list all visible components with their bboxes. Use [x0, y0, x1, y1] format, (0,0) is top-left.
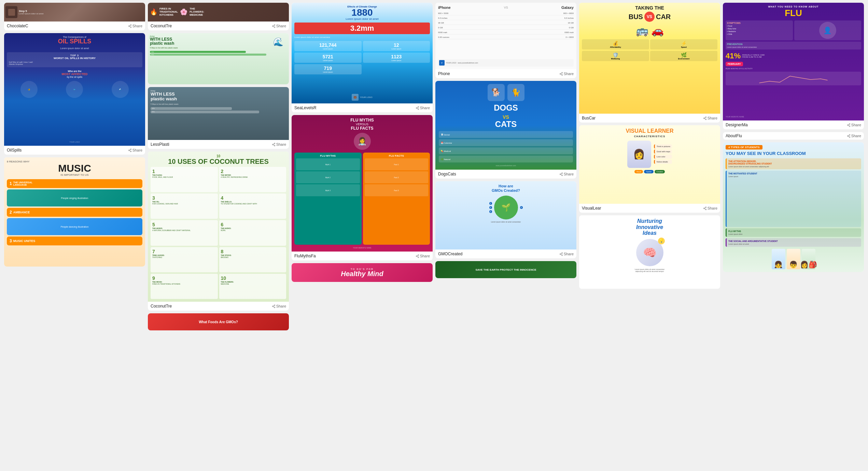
share-coconuttree-big[interactable]: Share: [272, 304, 286, 308]
column-6: WHAT YOU NEED TO KNOW ABOUT FLU SYMPTOMS…: [722, 3, 865, 330]
share-aboutflu[interactable]: Share: [847, 134, 861, 138]
card-label-phone: Phone Share: [435, 69, 576, 78]
card-music[interactable]: 8 REASONS WHY MUSIC IS IMPORTANT TO US 1…: [4, 157, 145, 267]
svg-point-36: [560, 73, 561, 74]
svg-line-34: [417, 255, 418, 256]
svg-line-53: [704, 118, 705, 119]
share-phone[interactable]: Share: [559, 72, 574, 76]
infographic-chocolate: Step 5 Lorem ipsum dolor sit amet: [4, 3, 145, 22]
column-2: 🔥 FIRES IN TRADITIONAL KITCHENS 🌸 THE FL…: [146, 3, 290, 330]
card-lessplasti[interactable]: living WITH LESSplastic wash 5 Ways to l…: [148, 87, 289, 149]
card-nurturing[interactable]: NurturingInnovativeIdeas 🧠 💡 Lorem ipsum…: [579, 215, 720, 289]
card-chocolate[interactable]: Step 5 Lorem ipsum dolor sit amet Chocol…: [4, 3, 145, 30]
share-flumyths-col3[interactable]: Share: [416, 254, 430, 258]
share-sealevels[interactable]: Share: [416, 106, 430, 110]
svg-point-50: [705, 116, 706, 117]
card-oilspills[interactable]: The Consequences of OIL SPILLS Lorem ips…: [4, 33, 145, 155]
card-gmocreated[interactable]: How areGMOs Created? 1 2 3 🌱 4 Lorem ips…: [435, 181, 576, 258]
svg-line-58: [704, 209, 705, 209]
svg-line-14: [273, 25, 274, 26]
card-name-designerma: DesignerMa: [726, 123, 748, 127]
card-fires1[interactable]: 🔥 FIRES IN TRADITIONAL KITCHENS 🌸 THE FL…: [148, 3, 289, 30]
card-label-sealevels: SeaLevelsR Share: [292, 103, 433, 112]
svg-point-56: [703, 208, 704, 209]
card-todos[interactable]: TO DO'S FOR Healthy Mind: [292, 263, 433, 282]
card-label-buscar: BusCar Share: [579, 114, 720, 123]
svg-line-24: [273, 305, 274, 306]
card-sealevels[interactable]: Effects of Climate Change 1880 Lorem ips…: [292, 3, 433, 112]
svg-point-30: [418, 254, 419, 255]
card-label-coconuttree-big: CoconutTre Share: [148, 302, 289, 311]
infographic-iphone-vs: iPhone VS Galaxy 900 × 5000900 × 6000 6.…: [435, 3, 576, 69]
card-flumyths-col3[interactable]: FLU MYTHS VERSUS FLU FACTS 👩‍⚕️ FLU MYTH…: [292, 115, 433, 260]
infographic-designerma: WHAT YOU NEED TO KNOW ABOUT FLU SYMPTOMS…: [723, 3, 864, 120]
card-name-oilspills: OilSpills: [7, 148, 22, 153]
card-coconuttree-big[interactable]: 10 10 USES OF COCONUT TREES 1 THE FLESH:…: [148, 152, 289, 311]
card-gmo-food[interactable]: What Foods Are GMOs?: [148, 313, 289, 330]
share-buscar[interactable]: Share: [703, 116, 717, 120]
column-1: Step 5 Lorem ipsum dolor sit amet Chocol…: [3, 3, 146, 330]
infographic-music: 8 REASONS WHY MUSIC IS IMPORTANT TO US 1…: [4, 157, 145, 267]
svg-point-35: [562, 72, 563, 73]
svg-point-27: [418, 109, 419, 110]
svg-point-6: [128, 150, 129, 151]
card-name-coconuttree-big: CoconutTre: [151, 304, 172, 309]
card-label-lessplasti: LessPlasti Share: [148, 140, 289, 149]
svg-point-15: [274, 143, 275, 144]
svg-point-42: [562, 175, 563, 176]
svg-line-43: [561, 174, 562, 175]
card-name-sealevels: SeaLevelsR: [294, 105, 317, 110]
card-name-phone: Phone: [438, 71, 450, 76]
svg-point-45: [562, 252, 563, 253]
svg-point-66: [847, 135, 848, 137]
svg-point-1: [128, 26, 129, 27]
svg-point-67: [849, 137, 850, 138]
column-4: iPhone VS Galaxy 900 × 5000900 × 6000 6.…: [434, 3, 578, 330]
svg-line-33: [417, 256, 418, 257]
svg-line-18: [273, 145, 274, 145]
svg-line-19: [273, 143, 274, 144]
share-visuallear[interactable]: Share: [703, 206, 717, 210]
svg-point-60: [849, 123, 850, 124]
card-fourstudents[interactable]: 4 TYPES OF STUDENTS YOU MAY SEE IN YOUR …: [723, 142, 864, 272]
svg-point-20: [274, 304, 275, 305]
svg-line-38: [561, 74, 562, 75]
column-3: Effects of Climate Change 1880 Lorem ips…: [290, 3, 434, 330]
card-label-chocolate: ChocolateC Share: [4, 22, 145, 30]
card-iphone-vs[interactable]: iPhone VS Galaxy 900 × 5000900 × 6000 6.…: [435, 3, 576, 78]
svg-point-22: [274, 307, 275, 308]
share-gmocreated[interactable]: Share: [559, 252, 574, 256]
card-savearth[interactable]: SAVE THE EARTH PROTECT THE INNOCENCE: [435, 261, 576, 278]
card-label-oilspills: OilSpills Share: [4, 146, 145, 155]
card-designerma[interactable]: WHAT YOU NEED TO KNOW ABOUT FLU SYMPTOMS…: [723, 3, 864, 129]
infographic-flumyths-col3: FLU MYTHS VERSUS FLU FACTS 👩‍⚕️ FLU MYTH…: [292, 115, 433, 252]
infographic-lessplasti: living WITH LESSplastic wash 5 Ways to l…: [148, 87, 289, 140]
share-designerma[interactable]: Share: [847, 123, 861, 127]
infographic-dogscats: 🐕 🐈 DOGSVSCATS 🦷 Dental 📅 Calendar 💊 Med…: [435, 81, 576, 170]
share-lessplasti[interactable]: Share: [272, 142, 286, 146]
infographic-fourstudents: 4 TYPES OF STUDENTS YOU MAY SEE IN YOUR …: [723, 142, 864, 272]
card-label-flumyths-col3: FluMythsFa Share: [292, 252, 433, 260]
card-coconutre1[interactable]: living WITH LESSplastic wash 5 Ways to l…: [148, 33, 289, 84]
svg-line-23: [273, 306, 274, 307]
card-aboutflu-label[interactable]: AboutFlu Share: [723, 132, 864, 140]
card-visuallear[interactable]: VISUAL LEARNER CHARACTERISTICS 👩 Think i…: [579, 125, 720, 213]
svg-point-21: [272, 306, 273, 307]
svg-point-51: [703, 118, 704, 119]
card-label-visuallear: VisualLear Share: [579, 204, 720, 213]
svg-point-25: [418, 106, 419, 107]
card-label-gmocreated: GMOCreated Share: [435, 249, 576, 258]
share-fires1[interactable]: Share: [272, 24, 286, 28]
svg-line-69: [848, 135, 849, 135]
column-5: TAKING THE BUS VS CAR 🚌 🚗 💰 Affordabilit…: [578, 3, 722, 330]
svg-point-26: [416, 108, 417, 109]
card-buscar[interactable]: TAKING THE BUS VS CAR 🚌 🚗 💰 Affordabilit…: [579, 3, 720, 123]
share-chocolate[interactable]: Share: [128, 24, 142, 28]
infographic-todos: TO DO'S FOR Healthy Mind: [292, 263, 433, 282]
infographic-fires1: 🔥 FIRES IN TRADITIONAL KITCHENS 🌸 THE FL…: [148, 3, 289, 22]
card-dogscats[interactable]: 🐕 🐈 DOGSVSCATS 🦷 Dental 📅 Calendar 💊 Med…: [435, 81, 576, 179]
card-name-fires1: CoconutTre: [151, 24, 172, 28]
svg-point-0: [130, 24, 131, 25]
share-oilspills[interactable]: Share: [128, 148, 142, 152]
share-dogscats[interactable]: Share: [559, 172, 574, 176]
